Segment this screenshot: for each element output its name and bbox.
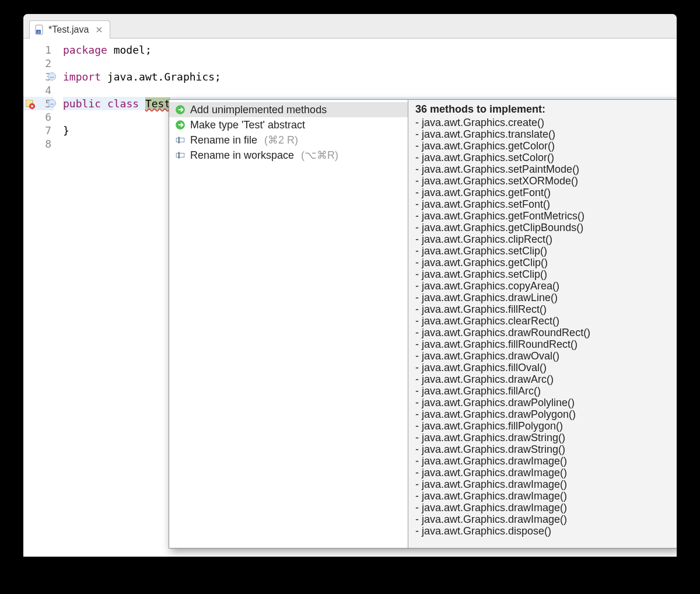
error-token: Test: [145, 97, 170, 110]
quick-fix-shortcut: (⌘2 R): [264, 134, 298, 146]
file-tab[interactable]: J *Test.java: [29, 20, 110, 39]
method-item: java.awt.Graphics.setClip(): [415, 268, 670, 280]
tab-bar: J *Test.java: [23, 14, 677, 39]
method-item: java.awt.Graphics.setFont(): [415, 198, 670, 210]
method-item: java.awt.Graphics.drawPolyline(): [415, 397, 670, 408]
method-item: java.awt.Graphics.fillRoundRect(): [415, 338, 670, 350]
line-number: 2: [45, 57, 51, 69]
method-item: java.awt.Graphics.copyArea(): [415, 280, 670, 292]
detail-header: 36 methods to implement:: [415, 103, 670, 116]
method-item: java.awt.Graphics.translate(): [415, 128, 670, 140]
code-line: package model;: [63, 43, 677, 57]
method-item: java.awt.Graphics.setPaintMode(): [415, 163, 670, 175]
line-number: 6: [45, 111, 51, 123]
method-item: java.awt.Graphics.dispose(): [415, 525, 670, 537]
svg-text:J: J: [38, 30, 40, 34]
method-item: java.awt.Graphics.drawImage(): [415, 467, 670, 478]
method-item: java.awt.Graphics.drawImage(): [415, 490, 670, 502]
svg-rect-11: [176, 138, 184, 142]
code-line: [63, 83, 677, 97]
quick-fix-label: Rename in workspace: [190, 149, 294, 162]
method-item: java.awt.Graphics.drawString(): [415, 443, 670, 455]
quick-fix-detail-panel: 36 methods to implement: java.awt.Graphi…: [408, 100, 677, 548]
method-item: java.awt.Graphics.drawRoundRect(): [415, 327, 670, 338]
line-number: 7: [45, 124, 51, 137]
quick-fix-make-abstract[interactable]: Make type 'Test' abstract: [169, 117, 408, 132]
fold-toggle-icon[interactable]: –: [48, 72, 56, 81]
tab-title: *Test.java: [48, 25, 89, 35]
line-number: 8: [45, 138, 51, 150]
method-item: java.awt.Graphics.drawString(): [415, 432, 670, 443]
method-item: java.awt.Graphics.fillPolygon(): [415, 420, 670, 432]
error-marker-icon[interactable]: [26, 99, 35, 108]
line-number: 4: [45, 84, 51, 96]
method-item: java.awt.Graphics.drawLine(): [415, 292, 670, 303]
quick-fix-label: Rename in file: [190, 134, 257, 146]
method-item: java.awt.Graphics.getClip(): [415, 257, 670, 268]
methods-list: java.awt.Graphics.create()java.awt.Graph…: [415, 117, 670, 537]
line-number-gutter: 1 2 3 – 4 5 – 6 7: [23, 39, 57, 557]
editor-window: J *Test.java 1 2 3 – 4: [23, 14, 677, 557]
rename-icon: [175, 135, 186, 145]
method-item: java.awt.Graphics.drawArc(): [415, 373, 670, 385]
java-file-icon: J: [34, 25, 45, 35]
make-abstract-icon: [175, 120, 186, 130]
quick-fix-rename-file[interactable]: Rename in file (⌘2 R): [169, 132, 408, 148]
quick-fix-label: Make type 'Test' abstract: [190, 119, 305, 131]
method-item: java.awt.Graphics.setXORMode(): [415, 175, 670, 187]
method-item: java.awt.Graphics.fillArc(): [415, 385, 670, 397]
method-item: java.awt.Graphics.drawImage(): [415, 513, 670, 525]
method-item: java.awt.Graphics.getClipBounds(): [415, 222, 670, 233]
quick-fix-list: Add unimplemented methods Make type 'Tes…: [169, 100, 408, 548]
method-item: java.awt.Graphics.clearRect(): [415, 315, 670, 327]
method-item: java.awt.Graphics.drawPolygon(): [415, 408, 670, 420]
quick-fix-popup: Add unimplemented methods Make type 'Tes…: [169, 99, 677, 548]
method-item: java.awt.Graphics.getColor(): [415, 140, 670, 152]
fold-toggle-icon[interactable]: –: [48, 99, 56, 107]
method-item: java.awt.Graphics.clipRect(): [415, 233, 670, 245]
method-item: java.awt.Graphics.create(): [415, 117, 670, 128]
method-item: java.awt.Graphics.drawImage(): [415, 502, 670, 513]
method-item: java.awt.Graphics.setClip(): [415, 245, 670, 257]
code-line: [63, 57, 677, 70]
method-item: java.awt.Graphics.getFont(): [415, 187, 670, 198]
method-item: java.awt.Graphics.getFontMetrics(): [415, 210, 670, 222]
quick-fix-label: Add unimplemented methods: [190, 104, 327, 116]
rename-icon: [175, 150, 186, 160]
code-line: import java.awt.Graphics;: [63, 70, 677, 83]
method-item: java.awt.Graphics.fillRect(): [415, 303, 670, 315]
line-number: 1: [45, 44, 51, 56]
method-item: java.awt.Graphics.fillOval(): [415, 362, 670, 373]
method-item: java.awt.Graphics.drawImage(): [415, 455, 670, 467]
method-item: java.awt.Graphics.drawImage(): [415, 478, 670, 490]
quick-fix-add-unimplemented[interactable]: Add unimplemented methods: [169, 102, 408, 117]
quick-fix-shortcut: (⌥⌘R): [301, 149, 338, 162]
quick-fix-rename-workspace[interactable]: Rename in workspace (⌥⌘R): [169, 148, 408, 163]
close-tab-icon[interactable]: [94, 25, 104, 34]
method-item: java.awt.Graphics.drawOval(): [415, 350, 670, 362]
svg-rect-13: [176, 153, 184, 158]
add-methods-icon: [175, 104, 186, 115]
method-item: java.awt.Graphics.setColor(): [415, 152, 670, 163]
